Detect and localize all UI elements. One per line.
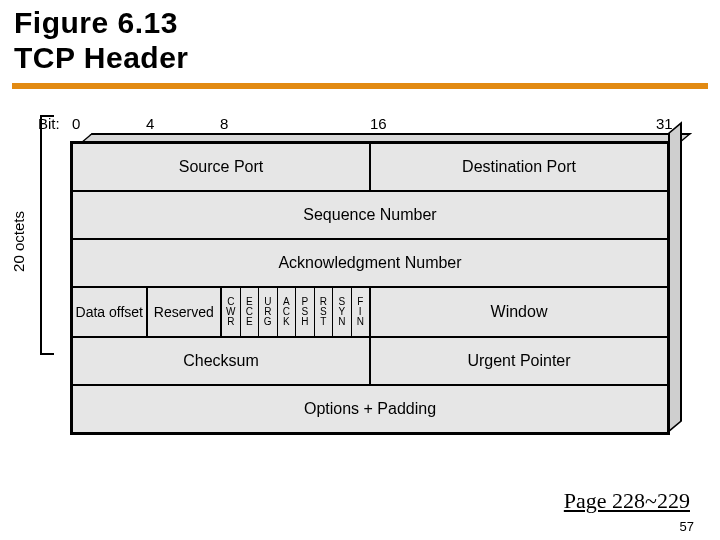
- octets-bracket: 20 octets: [12, 115, 62, 355]
- bit-axis: Bit: 0 4 8 16 31: [70, 115, 704, 141]
- bit-tick-4: 4: [146, 115, 154, 132]
- bit-tick-31: 31: [656, 115, 673, 132]
- flag-fin: FIN: [351, 288, 370, 336]
- octets-label: 20 octets: [10, 211, 27, 272]
- bit-tick-0: 0: [72, 115, 80, 132]
- flag-psh: PSH: [295, 288, 314, 336]
- field-reserved: Reserved: [147, 287, 222, 337]
- bit-tick-16: 16: [370, 115, 387, 132]
- row-flags: Data offset Reserved CWR ECE URG ACK PSH…: [72, 287, 668, 337]
- field-ack-number: Acknowledgment Number: [72, 239, 668, 287]
- flag-ece: ECE: [240, 288, 259, 336]
- flag-cwr: CWR: [222, 288, 240, 336]
- field-flags: CWR ECE URG ACK PSH RST SYN FIN: [221, 287, 370, 337]
- flag-syn: SYN: [332, 288, 351, 336]
- row-options: Options + Padding: [72, 385, 668, 433]
- field-options-padding: Options + Padding: [72, 385, 668, 433]
- field-urgent-pointer: Urgent Pointer: [370, 337, 668, 385]
- field-source-port: Source Port: [72, 143, 370, 191]
- flag-ack: ACK: [277, 288, 296, 336]
- slide-number: 57: [680, 519, 694, 534]
- field-dest-port: Destination Port: [370, 143, 668, 191]
- field-data-offset: Data offset: [72, 287, 147, 337]
- flag-urg: URG: [258, 288, 277, 336]
- row-ports: Source Port Destination Port: [72, 143, 668, 191]
- title-line-2: TCP Header: [14, 41, 189, 74]
- header-table: Source Port Destination Port Sequence Nu…: [70, 141, 670, 435]
- row-ack: Acknowledgment Number: [72, 239, 668, 287]
- tcp-header-diagram: Bit: 0 4 8 16 31 20 octets Source Port D…: [70, 115, 704, 435]
- figure-title: Figure 6.13 TCP Header: [0, 0, 720, 81]
- flag-rst: RST: [314, 288, 333, 336]
- field-sequence-number: Sequence Number: [72, 191, 668, 239]
- page-reference: Page 228~229: [564, 488, 690, 514]
- field-window: Window: [370, 287, 668, 337]
- row-checksum: Checksum Urgent Pointer: [72, 337, 668, 385]
- edge-right: [668, 121, 682, 433]
- title-line-1: Figure 6.13: [14, 6, 178, 39]
- bracket-line: [40, 115, 54, 355]
- row-seq: Sequence Number: [72, 191, 668, 239]
- title-underline: [12, 83, 708, 89]
- field-checksum: Checksum: [72, 337, 370, 385]
- bit-tick-8: 8: [220, 115, 228, 132]
